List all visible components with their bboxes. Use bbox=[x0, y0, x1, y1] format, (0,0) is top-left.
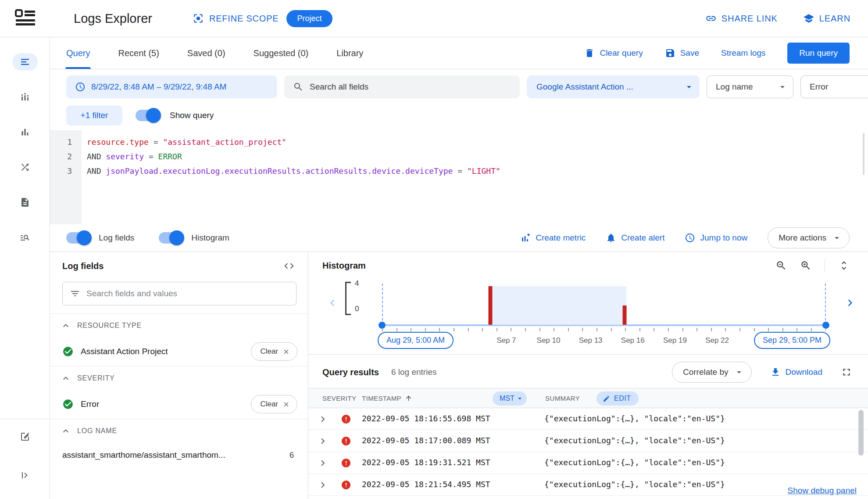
histogram-pan-right-button[interactable] bbox=[843, 296, 857, 309]
tab-saved[interactable]: Saved (0) bbox=[187, 37, 225, 69]
column-timestamp-sort[interactable]: TIMESTAMP bbox=[362, 388, 412, 408]
log-entry-row[interactable]: 2022-09-05 18:16:55.698 MST{"executionLo… bbox=[308, 408, 868, 430]
histogram-toggle[interactable] bbox=[159, 232, 183, 244]
jump-to-now-label: Jump to now bbox=[700, 233, 747, 243]
create-metric-label: Create metric bbox=[536, 233, 586, 243]
search-all-fields[interactable] bbox=[284, 75, 520, 98]
zoom-out-icon[interactable] bbox=[775, 260, 787, 271]
sidebar-item-logs-dashboard[interactable] bbox=[0, 79, 50, 115]
log-fields-search-input[interactable] bbox=[86, 289, 289, 298]
sidebar-item-log-analytics[interactable] bbox=[0, 220, 50, 255]
check-circle-icon bbox=[62, 398, 74, 410]
tab-suggested[interactable]: Suggested (0) bbox=[254, 37, 309, 69]
section-header-log-name[interactable]: LOG NAME bbox=[50, 419, 308, 442]
error-severity-icon bbox=[341, 436, 351, 446]
learn-button[interactable]: LEARN bbox=[803, 13, 850, 24]
run-query-button[interactable]: Run query bbox=[787, 43, 850, 64]
jump-to-now-button[interactable]: Jump to now bbox=[685, 233, 747, 243]
resource-filter-dropdown[interactable]: Google Assistant Action ... bbox=[527, 75, 700, 98]
expand-row-button[interactable] bbox=[317, 457, 329, 469]
project-scope-badge[interactable]: Project bbox=[286, 10, 332, 27]
log-summary: {"executionLog":{…}, "locale":"en-US"} bbox=[544, 458, 725, 467]
tab-query[interactable]: Query bbox=[66, 37, 90, 69]
sidebar-item-log-storage[interactable] bbox=[0, 185, 50, 220]
edit-summary-button[interactable]: EDIT bbox=[597, 391, 639, 406]
add-chart-icon bbox=[520, 233, 531, 243]
save-button[interactable]: Save bbox=[665, 48, 699, 58]
field-item-label: Assistant Action Project bbox=[81, 347, 168, 356]
zoom-in-icon[interactable] bbox=[800, 260, 811, 271]
line-number: 3 bbox=[50, 164, 72, 178]
refine-scope-button[interactable]: REFINE SCOPE bbox=[193, 13, 279, 24]
log-fields-search[interactable] bbox=[62, 282, 296, 305]
range-bound-line bbox=[382, 284, 383, 325]
save-label: Save bbox=[680, 48, 699, 58]
sidebar-item-log-based-metrics[interactable] bbox=[0, 115, 50, 150]
line-number: 2 bbox=[50, 149, 72, 164]
expand-row-button[interactable] bbox=[317, 413, 329, 425]
fullscreen-button[interactable] bbox=[841, 366, 852, 378]
timezone-selector[interactable]: MST bbox=[493, 391, 527, 406]
log-fields-toggle[interactable] bbox=[66, 232, 91, 244]
query-editor[interactable]: 1 2 3 resource.type = "assistant_action_… bbox=[50, 130, 868, 224]
expand-row-button[interactable] bbox=[317, 479, 329, 491]
sidebar-item-log-router[interactable] bbox=[0, 150, 50, 185]
expand-row-button[interactable] bbox=[317, 435, 329, 447]
tab-recent[interactable]: Recent (5) bbox=[118, 37, 159, 69]
log-entry-row[interactable]: 2022-09-05 18:19:31.521 MST{"executionLo… bbox=[308, 452, 868, 474]
stream-logs-button[interactable]: Stream logs bbox=[721, 48, 765, 58]
histogram-selection-region[interactable] bbox=[490, 286, 626, 325]
section-header-resource-type[interactable]: RESOURCE TYPE bbox=[50, 313, 308, 337]
histogram-plot[interactable]: Aug 29, 5:00 AMSep 7Sep 10Sep 13Sep 16Se… bbox=[382, 284, 826, 326]
section-header-severity[interactable]: SEVERITY bbox=[50, 366, 308, 390]
log-timestamp: 2022-09-05 18:19:31.521 MST bbox=[362, 458, 490, 467]
search-all-fields-input[interactable] bbox=[310, 82, 511, 92]
add-filter-button[interactable]: +1 filter bbox=[66, 105, 122, 126]
correlate-by-label: Correlate by bbox=[683, 367, 729, 377]
cloud-logging-logo[interactable] bbox=[0, 6, 50, 31]
download-button[interactable]: Download bbox=[770, 367, 823, 377]
results-scrollbar-thumb[interactable] bbox=[858, 410, 864, 456]
histogram-section: Histogram bbox=[308, 252, 868, 355]
time-range-bound-pill[interactable]: Aug 29, 5:00 AM bbox=[378, 332, 454, 349]
show-query-toggle[interactable] bbox=[136, 110, 160, 121]
axis-tick-marks bbox=[382, 328, 826, 331]
query-code[interactable]: resource.type = "assistant_action_projec… bbox=[82, 130, 868, 224]
edit-label: EDIT bbox=[614, 395, 631, 402]
share-link-button[interactable]: SHARE LINK bbox=[705, 13, 778, 24]
create-alert-button[interactable]: Create alert bbox=[606, 233, 664, 243]
chevron-right-icon bbox=[317, 457, 329, 469]
code-icon bbox=[283, 260, 295, 272]
y-axis-min-label: 0 bbox=[355, 305, 359, 313]
create-metric-button[interactable]: Create metric bbox=[520, 233, 586, 243]
sidebar-item-logs-explorer[interactable] bbox=[0, 44, 50, 79]
tab-library[interactable]: Library bbox=[336, 37, 363, 69]
log-name-filter-dropdown[interactable]: Log name bbox=[707, 75, 793, 98]
time-range-bound-pill[interactable]: Sep 29, 5:00 PM bbox=[754, 332, 830, 349]
log-entry-row[interactable]: 2022-09-05 18:17:00.089 MST{"executionLo… bbox=[308, 430, 868, 452]
sidebar-item-release-notes[interactable] bbox=[0, 419, 50, 454]
sidebar-expand-button[interactable] bbox=[0, 454, 50, 496]
show-debug-panel-link[interactable]: Show debug panel bbox=[783, 486, 857, 495]
correlate-by-button[interactable]: Correlate by bbox=[672, 362, 752, 383]
create-alert-label: Create alert bbox=[621, 233, 664, 243]
query-results-actions: Correlate by Download bbox=[672, 362, 852, 383]
log-name-filter-label: Log name bbox=[716, 82, 753, 92]
code-view-button[interactable] bbox=[283, 260, 295, 272]
y-axis-bracket bbox=[345, 282, 351, 315]
clear-resource-filter-button[interactable]: Clear bbox=[251, 342, 297, 361]
severity-filter-dropdown[interactable]: Error bbox=[800, 75, 868, 98]
field-item-log-name[interactable]: assistant_smarthome/assistant_smarthom..… bbox=[50, 442, 308, 468]
download-label: Download bbox=[786, 367, 823, 377]
unfold-more-icon[interactable] bbox=[838, 260, 850, 271]
more-actions-button[interactable]: More actions bbox=[768, 227, 850, 248]
histogram-pan-left-button[interactable] bbox=[326, 296, 339, 309]
list-search-icon bbox=[20, 232, 30, 243]
check-circle-icon bbox=[62, 346, 74, 357]
query-results-header: Query results 6 log entries Correlate by… bbox=[308, 355, 868, 388]
clear-query-button[interactable]: Clear query bbox=[584, 48, 643, 58]
time-range-filter[interactable]: 8/29/22, 8:48 AM – 9/29/22, 9:48 AM bbox=[66, 75, 277, 98]
editor-scrollbar[interactable] bbox=[863, 133, 864, 175]
clear-severity-filter-button[interactable]: Clear bbox=[251, 395, 297, 413]
more-actions-label: More actions bbox=[779, 233, 826, 243]
